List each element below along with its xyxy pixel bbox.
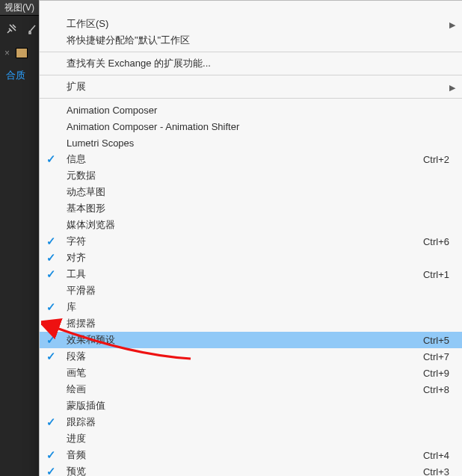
menu-item-label: 画笔 [67,366,416,380]
menu-item-find-exchange-ext[interactable]: ✓查找有关 Exchange 的扩展功能...▶ [40,55,462,72]
menu-item-tracker[interactable]: ✓跟踪器▶ [40,414,462,430]
menu-item-shortcut: Ctrl+4 [423,450,449,461]
menu-item-shortcut: Ctrl+5 [423,335,449,346]
menu-item-label: 将快捷键分配给"默认"工作区 [67,34,449,47]
close-icon[interactable]: × [4,48,10,58]
menu-item-label: 进度 [67,432,449,445]
project-tab-row: × [4,48,28,58]
chevron-right-icon: ▶ [449,20,455,30]
menu-item-assign-shortcuts[interactable]: ✓将快捷键分配给"默认"工作区▶ [40,32,462,49]
menu-separator [40,98,462,99]
menubar-item-view[interactable]: 视图(V) [4,1,34,14]
folder-icon[interactable] [16,48,28,58]
menu-separator [40,52,462,52]
menu-item-essential-graphics[interactable]: ✓基本图形▶ [40,200,462,217]
menu-item-label: 平滑器 [67,284,449,297]
menu-item-tools[interactable]: ✓工具Ctrl+1▶ [40,266,462,282]
menu-item-anim-composer[interactable]: ✓Animation Composer▶ [40,102,462,118]
menu-item-label: 扩展 [67,80,449,93]
menu-item-motion-sketch[interactable]: ✓动态草图▶ [40,184,462,200]
menu-item-shortcut: Ctrl+1 [423,269,449,280]
check-icon: ✓ [46,251,58,263]
menu-item-character[interactable]: ✓字符Ctrl+6▶ [40,233,462,250]
check-icon: ✓ [46,235,58,247]
menu-item-label: 蒙版插值 [67,399,449,412]
brush-icon[interactable] [24,21,40,37]
menu-item-label: 元数据 [67,169,449,182]
menu-item-library[interactable]: ✓库▶ [40,299,462,315]
app-window: 视图(V) × 合质 ▲ ✓工作区(S)▶✓将快捷键分配给"默认"工作区▶✓查找… [0,0,462,476]
menu-item-audio[interactable]: ✓音频Ctrl+4▶ [40,447,462,463]
menu-padding [40,1,462,16]
app-left-background: 视图(V) × 合质 [0,0,40,476]
check-icon: ✓ [46,465,58,476]
check-icon: ✓ [46,300,58,312]
menu-item-label: 字符 [67,235,416,248]
menu-separator [40,75,462,75]
check-icon: ✓ [46,268,58,279]
check-icon: ✓ [46,350,58,362]
menu-item-extensions[interactable]: ✓扩展▶ [40,78,462,95]
menu-item-label: 绘画 [67,383,416,396]
menu-item-media-browser[interactable]: ✓媒体浏览器▶ [40,217,462,233]
menu-item-align[interactable]: ✓对齐▶ [40,250,462,266]
menu-item-shortcut: Ctrl+3 [423,466,449,477]
menu-item-label: 基本图形 [67,202,449,215]
check-icon: ✓ [46,152,58,164]
menu-item-label: Lumetri Scopes [67,137,449,149]
menu-item-label: 动态草图 [67,185,449,199]
menu-item-label: 工具 [67,268,416,281]
menu-item-wiggler[interactable]: ✓摇摆器▶ [40,315,462,332]
menu-item-label: 段落 [67,350,416,363]
composition-label[interactable]: 合质 [6,69,25,82]
menu-item-shortcut: Ctrl+6 [423,236,449,247]
pin-icon[interactable] [3,21,19,37]
menu-item-label: 对齐 [67,251,449,265]
menu-item-label: 工作区(S) [67,17,449,31]
menu-item-paint[interactable]: ✓绘画Ctrl+8▶ [40,381,462,398]
menu-item-label: Animation Composer - Animation Shifter [67,121,449,132]
menu-item-label: 摇摆器 [67,317,449,330]
menu-item-label: 预览 [67,465,416,476]
toolbar [3,21,40,37]
menu-item-preview[interactable]: ✓预览Ctrl+3▶ [40,463,462,476]
window-menu: ✓工作区(S)▶✓将快捷键分配给"默认"工作区▶✓查找有关 Exchange 的… [39,0,462,476]
menu-item-mask-interp[interactable]: ✓蒙版插值▶ [40,398,462,414]
menu-item-anim-composer-shifter[interactable]: ✓Animation Composer - Animation Shifter▶ [40,118,462,135]
check-icon: ✓ [46,448,58,460]
menu-item-label: 效果和预设 [67,333,416,347]
menu-item-workspace[interactable]: ✓工作区(S)▶ [40,16,462,32]
menu-item-shortcut: Ctrl+9 [423,368,449,379]
menu-item-progress[interactable]: ✓进度▶ [40,430,462,447]
menu-item-label: 音频 [67,448,416,462]
menu-item-shortcut: Ctrl+2 [423,154,449,165]
check-icon: ✓ [46,333,58,345]
menu-item-label: 库 [67,300,449,314]
menu-item-metadata[interactable]: ✓元数据▶ [40,167,462,184]
menu-item-label: 信息 [67,152,416,166]
menu-item-shortcut: Ctrl+8 [423,384,449,395]
menu-item-info[interactable]: ✓信息Ctrl+2▶ [40,151,462,167]
menu-item-lumetri[interactable]: ✓Lumetri Scopes▶ [40,135,462,151]
check-icon: ✓ [46,415,58,427]
menu-item-brushes[interactable]: ✓画笔Ctrl+9▶ [40,365,462,381]
menu-item-label: 媒体浏览器 [67,218,449,232]
menu-item-label: 查找有关 Exchange 的扩展功能... [67,57,449,70]
menu-item-effects-presets[interactable]: ✓效果和预设Ctrl+5▶ [40,332,462,348]
menu-item-smoother[interactable]: ✓平滑器▶ [40,282,462,299]
chevron-right-icon: ▶ [449,83,455,93]
menubar: 视图(V) [0,0,39,16]
menu-item-paragraph[interactable]: ✓段落Ctrl+7▶ [40,348,462,365]
menu-item-label: Animation Composer [67,105,449,116]
menu-item-shortcut: Ctrl+7 [423,351,449,362]
menu-item-label: 跟踪器 [67,415,449,429]
